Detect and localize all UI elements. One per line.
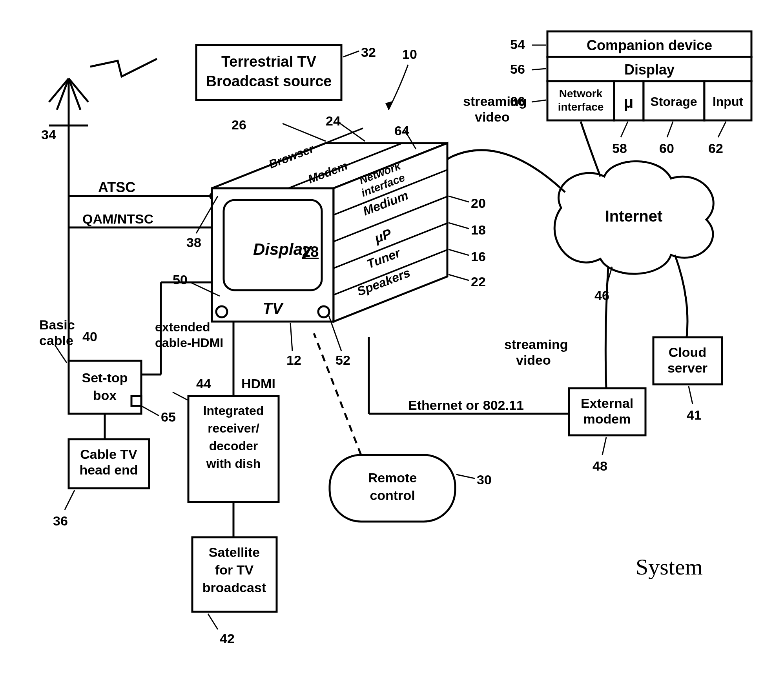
extmod-l2: modem bbox=[583, 411, 631, 426]
svg-line-3 bbox=[57, 78, 69, 110]
stream1-l2: video bbox=[475, 109, 510, 124]
ref-42: 42 bbox=[220, 631, 235, 646]
ref-36: 36 bbox=[53, 513, 68, 528]
ref-26: 26 bbox=[232, 117, 246, 132]
ref-12: 12 bbox=[286, 353, 301, 367]
sat-l3: broadcast bbox=[202, 580, 266, 595]
terrestrial-line1: Terrestrial TV bbox=[221, 53, 317, 70]
ref-18: 18 bbox=[471, 222, 486, 237]
ref-22: 22 bbox=[471, 274, 486, 289]
stream2-l1: streaming bbox=[504, 337, 568, 352]
extmod-l1: External bbox=[581, 396, 633, 411]
svg-line-1 bbox=[49, 78, 69, 102]
extcable-l1: extended bbox=[155, 320, 210, 334]
ref-52: 52 bbox=[335, 353, 350, 367]
sat-l2: for TV bbox=[215, 562, 254, 577]
ref-24: 24 bbox=[326, 113, 341, 128]
internet-label: Internet bbox=[605, 207, 663, 225]
sat-l1: Satellite bbox=[209, 545, 260, 560]
cablehead-l1: Cable TV bbox=[80, 447, 137, 462]
diagram-title: System bbox=[636, 554, 703, 580]
basic-cable-l2: cable bbox=[39, 333, 73, 348]
ethernet-label: Ethernet or 802.11 bbox=[408, 398, 524, 413]
tv-display-num: 28 bbox=[302, 244, 319, 260]
ref-40: 40 bbox=[82, 329, 97, 344]
extcable-l2: cable-HDMI bbox=[155, 336, 223, 350]
tv-label: TV bbox=[263, 300, 284, 317]
ref-41: 41 bbox=[687, 407, 702, 422]
companion-display: Display bbox=[624, 62, 675, 78]
remote-control: Remote control bbox=[330, 455, 455, 522]
ref-64: 64 bbox=[394, 123, 409, 138]
antenna-icon bbox=[49, 59, 157, 125]
cloud-l1: Cloud bbox=[669, 345, 706, 360]
ref-65: 65 bbox=[161, 409, 176, 424]
ref-54: 54 bbox=[510, 37, 525, 52]
remote-l1: Remote bbox=[368, 470, 417, 485]
ref-44: 44 bbox=[196, 376, 211, 391]
ird-l4: with dish bbox=[206, 456, 261, 471]
svg-point-30 bbox=[216, 306, 227, 317]
ref-62: 62 bbox=[708, 141, 723, 156]
ref-48: 48 bbox=[593, 458, 607, 473]
svg-line-4 bbox=[69, 78, 80, 110]
atsc-label: ATSC bbox=[98, 179, 135, 195]
svg-rect-18 bbox=[131, 396, 141, 406]
ref-10: 10 bbox=[402, 47, 417, 62]
basic-cable-l1: Basic bbox=[39, 317, 75, 332]
svg-line-26 bbox=[314, 333, 361, 455]
comp-mu: μ bbox=[624, 94, 633, 111]
companion-device: Companion device Display Network interfa… bbox=[547, 31, 751, 120]
qam-label: QAM/NTSC bbox=[82, 211, 153, 226]
comp-storage: Storage bbox=[650, 95, 697, 109]
ref-30: 30 bbox=[477, 472, 492, 487]
stream1-l1: streaming bbox=[463, 94, 527, 109]
hdmi-label: HDMI bbox=[241, 376, 275, 391]
ird-l2: receiver/ bbox=[208, 421, 259, 435]
settop-box bbox=[69, 361, 141, 414]
comp-net-l2: interface bbox=[558, 101, 604, 113]
ref-50: 50 bbox=[173, 272, 188, 287]
comp-input: Input bbox=[713, 95, 744, 109]
settop-l1: Set-top bbox=[82, 370, 128, 385]
ird-l1: Integrated bbox=[203, 404, 264, 418]
ref-58: 58 bbox=[612, 141, 627, 156]
ref-34: 34 bbox=[41, 127, 56, 142]
settop-l2: box bbox=[93, 388, 117, 403]
cloud-l2: server bbox=[667, 360, 707, 375]
ird-l3: decoder bbox=[209, 439, 258, 453]
stream2-l2: video bbox=[516, 353, 551, 367]
ref-60: 60 bbox=[659, 141, 674, 156]
tv-box: Display 28 TV Browser Modem Network inte… bbox=[212, 128, 447, 322]
remote-l2: control bbox=[370, 488, 415, 503]
svg-point-31 bbox=[318, 306, 329, 317]
ref-56: 56 bbox=[510, 62, 525, 76]
ref-38: 38 bbox=[186, 235, 201, 250]
companion-title: Companion device bbox=[587, 37, 712, 53]
system-diagram: 34 Terrestrial TV Broadcast source 32 10… bbox=[0, 0, 784, 700]
terrestrial-line2: Broadcast source bbox=[206, 73, 332, 89]
ref-16: 16 bbox=[471, 249, 486, 264]
svg-line-2 bbox=[69, 78, 88, 102]
comp-net-l1: Network bbox=[559, 87, 603, 100]
cablehead-l2: head end bbox=[79, 462, 138, 477]
ref-32: 32 bbox=[361, 45, 376, 60]
ref-20: 20 bbox=[471, 196, 486, 211]
internet-cloud: Internet bbox=[554, 161, 713, 274]
